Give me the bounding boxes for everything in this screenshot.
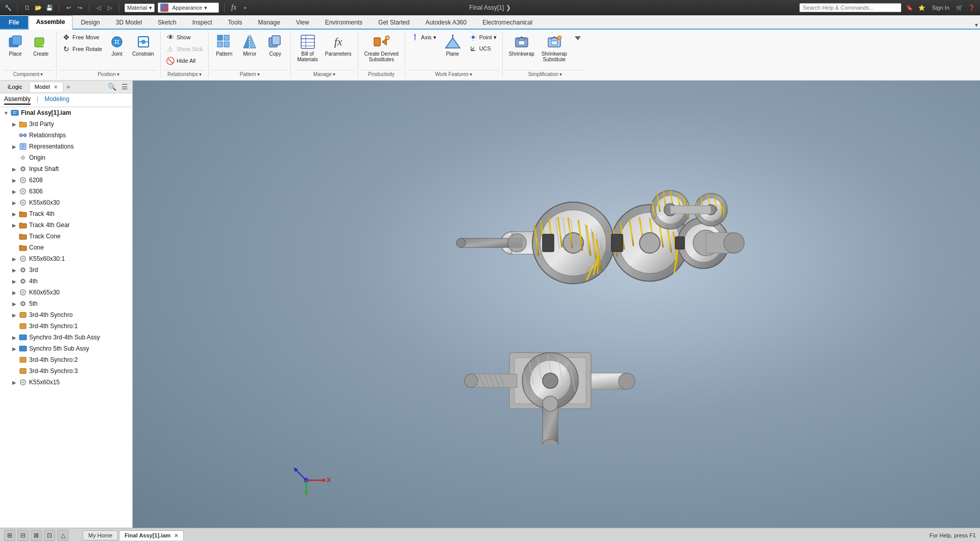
tree-area[interactable]: ▼ Final Assy[1].iam ▶ 3rd Party Re (0, 107, 132, 528)
list-item[interactable]: ▶ Track 4th (0, 208, 132, 219)
plane-button[interactable]: Plane (440, 32, 465, 59)
list-item[interactable]: 3rd-4th Synchro:1 (0, 321, 132, 332)
list-item[interactable]: ▶ Synchro 3rd-4th Sub Assy (0, 332, 132, 343)
relationships-group-label[interactable]: Relationships ▾ (164, 70, 205, 78)
mirror-button[interactable]: Mirror (237, 32, 262, 59)
pattern-group-label[interactable]: Pattern ▾ (212, 70, 287, 78)
material-dropdown[interactable]: Material ▾ (125, 4, 155, 12)
list-item[interactable]: ▶ Representations (0, 141, 132, 152)
assembly-tab[interactable]: Assembly (4, 95, 31, 105)
list-item[interactable]: ▶ 3rd (0, 264, 132, 276)
place-button[interactable]: Place (3, 32, 28, 59)
list-item[interactable]: ▶ Synchro 5th Sub Assy (0, 343, 132, 354)
tree-root[interactable]: ▼ Final Assy[1].iam (0, 107, 132, 118)
bom-button[interactable]: Bill ofMaterials (294, 32, 321, 64)
tree-input-shaft[interactable]: ▶ Input Shaft (0, 163, 132, 175)
simplification-group-label[interactable]: Simplification ▾ (506, 70, 584, 78)
status-icon-2[interactable]: ⊟ (17, 530, 29, 541)
tab-assemble[interactable]: Assemble (29, 15, 73, 30)
tab-inspect[interactable]: Inspect (185, 16, 220, 29)
list-item[interactable]: 3rd-4th Synchro:3 (0, 365, 132, 377)
status-icon-1[interactable]: ⊞ (4, 530, 15, 541)
list-item[interactable]: ▶ K60x65x30 (0, 287, 132, 298)
list-item[interactable]: ▶ K55x60x30 (0, 197, 132, 208)
tab-getstarted[interactable]: Get Started (371, 16, 417, 29)
create-derived-button[interactable]: + Create DerivedSubstitutes (361, 32, 402, 64)
panel-menu-icon[interactable]: ☰ (119, 82, 130, 92)
tab-ilogic[interactable]: iLogic (2, 82, 28, 92)
signin-button[interactable]: Sign In (930, 4, 951, 12)
create-button[interactable]: + Create (29, 32, 53, 59)
tab-model[interactable]: Model ✕ (29, 82, 63, 92)
list-item[interactable]: ▶ 3rd-4th Synchro (0, 309, 132, 321)
panel-search-icon[interactable]: 🔍 (106, 82, 118, 92)
status-icon-3[interactable]: ⊠ (31, 530, 42, 541)
modeling-tab[interactable]: Modeling (44, 95, 69, 105)
tab-view[interactable]: View (288, 16, 317, 29)
list-item[interactable]: Track Cone (0, 231, 132, 242)
tab-sketch[interactable]: Sketch (150, 16, 184, 29)
free-move-button[interactable]: ✥ Free Move (60, 32, 105, 43)
appearance-dropdown[interactable]: Appearance ▾ (158, 3, 219, 13)
tab-3dmodel[interactable]: 3D Model (108, 16, 150, 29)
parameters-button[interactable]: fx Parameters (322, 32, 355, 59)
list-item[interactable]: ▶ K55x60x15 (0, 377, 132, 388)
redo-button[interactable]: ↪ (76, 4, 84, 12)
manage-group-label[interactable]: Manage ▾ (294, 70, 354, 78)
file-tab[interactable]: Final Assy[1].iam ✕ (119, 530, 184, 540)
joint-button[interactable]: Joint (106, 32, 128, 59)
list-item[interactable]: ▶ 6306 (0, 186, 132, 197)
list-item[interactable]: ▶ 5th (0, 298, 132, 309)
status-icon-4[interactable]: ⊡ (44, 530, 55, 541)
shrinkwrap-sub-button[interactable]: ShrinkwrapSubstitute (538, 32, 570, 64)
simplification-dropdown-button[interactable] (571, 32, 584, 45)
tab-design[interactable]: Design (73, 16, 107, 29)
tab-environments[interactable]: Environments (317, 16, 370, 29)
star-icon[interactable]: ⭐ (918, 4, 926, 12)
viewport[interactable]: X (133, 81, 980, 528)
list-item[interactable]: Relationships (0, 130, 132, 141)
tab-tools[interactable]: Tools (220, 16, 250, 29)
position-group-label[interactable]: Position ▾ (60, 70, 157, 78)
component-group-label[interactable]: Component ▾ (3, 70, 53, 78)
list-item[interactable]: 3rd-4th Synchro:2 (0, 354, 132, 365)
plus-icon[interactable]: + (241, 4, 249, 12)
ucs-button[interactable]: UCS (467, 43, 499, 54)
pattern-button[interactable]: Pattern (212, 32, 236, 59)
show-button[interactable]: 👁 Show (164, 32, 205, 43)
formula-icon[interactable]: fx (230, 4, 238, 12)
help-icon[interactable]: ❓ (968, 4, 976, 12)
list-item[interactable]: ▶ 4th (0, 276, 132, 287)
free-rotate-button[interactable]: ↻ Free Rotate (60, 43, 105, 55)
more-button[interactable]: ▾ (973, 21, 980, 29)
save-button[interactable]: 💾 (45, 4, 54, 12)
tab-manage[interactable]: Manage (251, 16, 288, 29)
copy-button[interactable]: Copy (263, 32, 287, 59)
tab-electro[interactable]: Electromechanical (475, 16, 540, 29)
list-item[interactable]: ▶ 6208 (0, 175, 132, 186)
add-panel-tab-button[interactable]: + (64, 83, 72, 91)
forward-button[interactable]: ▷ (106, 4, 114, 12)
list-item[interactable]: ▶ K55x60x30:1 (0, 253, 132, 264)
cart-icon[interactable]: 🛒 (955, 4, 964, 12)
status-icon-5[interactable]: △ (57, 530, 68, 541)
search-input[interactable] (799, 3, 901, 12)
new-button[interactable]: 🗋 (23, 4, 31, 12)
point-button[interactable]: Point ▾ (467, 32, 499, 43)
open-button[interactable]: 📂 (34, 4, 42, 12)
work-features-group-label[interactable]: Work Features ▾ (408, 70, 499, 78)
hide-all-button[interactable]: 🚫 Hide All (164, 55, 205, 66)
list-item[interactable]: ▶ 3rd Party (0, 118, 132, 130)
list-item[interactable]: Origin (0, 152, 132, 163)
list-item[interactable]: Cone (0, 242, 132, 253)
file-tab-close-icon[interactable]: ✕ (174, 533, 178, 538)
axis-button[interactable]: Axis ▾ (408, 32, 439, 43)
undo-button[interactable]: ↩ (64, 4, 72, 12)
back-button[interactable]: ◁ (94, 4, 103, 12)
bookmark-icon[interactable]: 🔖 (905, 4, 914, 12)
model-close-icon[interactable]: ✕ (54, 84, 58, 90)
constrain-button[interactable]: Constrain (129, 32, 157, 59)
tab-file[interactable]: File (0, 16, 28, 29)
tab-a360[interactable]: Autodesk A360 (418, 16, 474, 29)
list-item[interactable]: ▶ Track 4th Gear (0, 219, 132, 231)
